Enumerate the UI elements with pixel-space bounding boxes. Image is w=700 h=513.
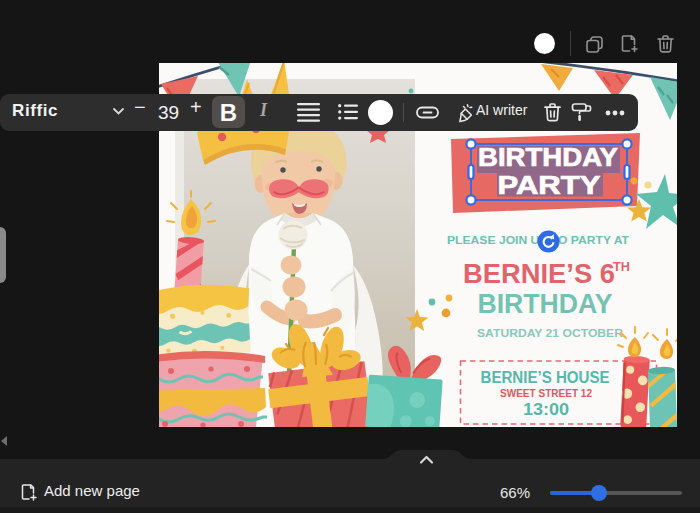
- svg-text:BIRTHDAY: BIRTHDAY: [478, 142, 618, 172]
- svg-text:SWEET STREET 12: SWEET STREET 12: [500, 387, 592, 399]
- svg-text:BIRTHDAY: BIRTHDAY: [478, 289, 613, 319]
- svg-text:PARTY: PARTY: [498, 170, 601, 200]
- svg-text:13:00: 13:00: [523, 401, 569, 418]
- svg-text:BERNIE’S 6: BERNIE’S 6: [463, 259, 615, 289]
- svg-text:SATURDAY 21 OCTOBER: SATURDAY 21 OCTOBER: [477, 327, 623, 339]
- svg-text:BERNIE’S HOUSE: BERNIE’S HOUSE: [481, 369, 610, 386]
- svg-text:TH: TH: [613, 259, 630, 274]
